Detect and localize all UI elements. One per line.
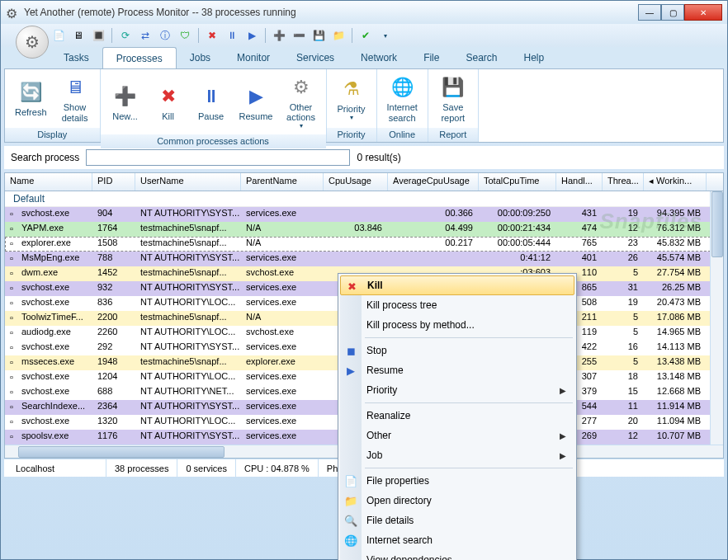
toolbar-info-icon[interactable]: ⓘ [157, 27, 173, 44]
cm-kill-tree[interactable]: Kill process tree [340, 295, 574, 315]
col-parent[interactable]: ParentName [241, 173, 324, 191]
kill-button[interactable]: ✖Kill [150, 82, 187, 123]
cm-stop[interactable]: ◼Stop [340, 341, 574, 360]
refresh-button[interactable]: 🔄Refresh [12, 78, 50, 119]
cm-file-details[interactable]: 🔍File details [340, 511, 574, 530]
chevron-right-icon: ▶ [560, 431, 566, 440]
cm-file-props[interactable]: 📄File properties [340, 471, 574, 491]
search-input[interactable] [86, 149, 350, 166]
cm-label: Other [366, 430, 391, 441]
table-row[interactable]: ▫svchost.exe904NT AUTHORITY\SYST...servi… [5, 207, 723, 222]
globe-icon: 🌐 [389, 74, 415, 101]
toolbar-refresh-icon[interactable]: ⟳ [117, 27, 134, 44]
toolbar-icon-1[interactable]: 📄 [50, 27, 67, 44]
priority-button[interactable]: ⚗Priority▾ [333, 74, 370, 123]
col-threads[interactable]: Threa... [603, 173, 644, 191]
ribbon: 🔄Refresh 🖥Show details Display ➕New... ✖… [4, 68, 724, 143]
cm-resume[interactable]: ▶Resume [340, 360, 574, 380]
toolbar-icon-3[interactable]: 🔳 [90, 27, 106, 44]
toolbar-icon-2[interactable]: 🖥 [70, 27, 87, 44]
cm-view-dep[interactable]: View dependencies... [340, 550, 574, 560]
show-details-button[interactable]: 🖥Show details [57, 73, 93, 124]
status-host: Localhost [7, 459, 106, 477]
pause-button[interactable]: ⏸Pause [193, 82, 229, 123]
col-total[interactable]: TotalCpuTime [479, 173, 556, 191]
cm-reanalize[interactable]: Reanalize [340, 406, 574, 426]
globe-icon: 🌐 [343, 533, 358, 548]
save-icon: 💾 [440, 74, 466, 101]
table-row[interactable]: ▫YAPM.exe1764testmachine5\snapf...N/A03.… [5, 222, 723, 237]
process-icon: ▫ [10, 238, 20, 248]
new-button[interactable]: ➕New... [107, 82, 144, 123]
toolbar-folder-icon[interactable]: 📁 [330, 27, 347, 44]
col-avgcpu[interactable]: AverageCpuUsage [388, 173, 479, 191]
quick-toolbar: 📄 🖥 🔳 ⟳ ⇄ ⓘ 🛡 ✖ ⏸ ▶ ➕ ➖ 💾 📁 ✔ ▾ [1, 24, 727, 47]
menu-jobs[interactable]: Jobs [177, 47, 224, 68]
menu-processes[interactable]: Processes [102, 47, 177, 68]
menu-tasks[interactable]: Tasks [50, 47, 102, 68]
col-cpu[interactable]: CpuUsage [324, 173, 388, 191]
col-pid[interactable]: PID [92, 173, 135, 191]
col-working[interactable]: ◂ Workin... [644, 173, 707, 191]
search-label: Search process [11, 152, 79, 163]
menu-services[interactable]: Services [283, 47, 347, 68]
minimize-button[interactable]: — [638, 4, 661, 21]
toolbar-kill-icon[interactable]: ✖ [204, 27, 220, 44]
cm-label: Open directory [366, 495, 432, 506]
app-logo-icon[interactable]: ⚙ [16, 26, 49, 59]
cm-job[interactable]: Job▶ [340, 445, 574, 465]
scrollbar-thumb[interactable] [711, 191, 723, 257]
chevron-right-icon: ▶ [560, 386, 566, 395]
internet-search-button[interactable]: 🌐Internet search [384, 73, 421, 124]
cm-priority[interactable]: Priority▶ [340, 380, 574, 400]
cm-internet[interactable]: 🌐Internet search [340, 530, 574, 550]
cm-open-dir[interactable]: 📁Open directory [340, 491, 574, 511]
scrollbar-thumb[interactable] [18, 446, 225, 458]
process-icon: ▫ [10, 357, 20, 367]
col-handles[interactable]: Handl... [556, 173, 603, 191]
table-row[interactable]: ▫explorer.exe1508testmachine5\snapf...N/… [5, 237, 723, 252]
menu-file[interactable]: File [410, 47, 452, 68]
toolbar-shield-icon[interactable]: 🛡 [177, 27, 193, 44]
menu-monitor[interactable]: Monitor [224, 47, 283, 68]
save-report-button[interactable]: 💾Save report [435, 73, 471, 124]
kill-icon: ✖ [155, 83, 182, 110]
ribbon-group-label: Common processes actions [101, 134, 326, 148]
toolbar-remove-icon[interactable]: ➖ [291, 27, 307, 44]
show-details-label: Show details [62, 102, 88, 122]
separator [111, 28, 112, 43]
vertical-scrollbar[interactable] [710, 191, 723, 449]
process-icon: ▫ [10, 342, 20, 352]
menu-help[interactable]: Help [511, 47, 558, 68]
toolbar-play-icon[interactable]: ▶ [243, 27, 260, 44]
cm-kill[interactable]: ✖Kill [340, 275, 574, 295]
add-icon: ➕ [112, 83, 139, 110]
col-name[interactable]: Name [5, 173, 92, 191]
toolbar-save-icon[interactable]: 💾 [310, 27, 327, 44]
title-bar[interactable]: ⚙ Yet Another (remote) Process Monitor -… [1, 1, 727, 24]
menu-network[interactable]: Network [347, 47, 410, 68]
kill-label: Kill [162, 111, 174, 121]
other-actions-button[interactable]: ⚙Other actions▾ [283, 73, 319, 131]
toolbar-dropdown-icon[interactable]: ▾ [377, 27, 394, 44]
process-icon: ▫ [10, 253, 20, 263]
status-cpu: CPU : 04.878 % [236, 459, 319, 477]
toolbar-link-icon[interactable]: ⇄ [137, 27, 154, 44]
cm-kill-method[interactable]: Kill process by method... [340, 315, 574, 335]
menu-search[interactable]: Search [452, 47, 510, 68]
cm-other[interactable]: Other▶ [340, 426, 574, 445]
close-button[interactable]: ✕ [684, 4, 722, 21]
resume-button[interactable]: ▶Resume [236, 82, 277, 123]
cm-label: File properties [366, 475, 429, 487]
gear-icon: ⚙ [288, 74, 314, 101]
group-row[interactable]: Default [5, 191, 723, 207]
toolbar-pause-icon[interactable]: ⏸ [224, 27, 240, 44]
maximize-button[interactable]: ▢ [661, 4, 684, 21]
col-user[interactable]: UserName [135, 173, 241, 191]
toolbar-add-icon[interactable]: ➕ [271, 27, 287, 44]
separator [352, 28, 352, 43]
toolbar-check-icon[interactable]: ✔ [357, 27, 374, 44]
table-row[interactable]: ▫MsMpEng.exe788NT AUTHORITY\SYST...servi… [5, 252, 723, 266]
process-icon: ▫ [10, 224, 20, 233]
col-working-label: Workin... [656, 176, 692, 186]
